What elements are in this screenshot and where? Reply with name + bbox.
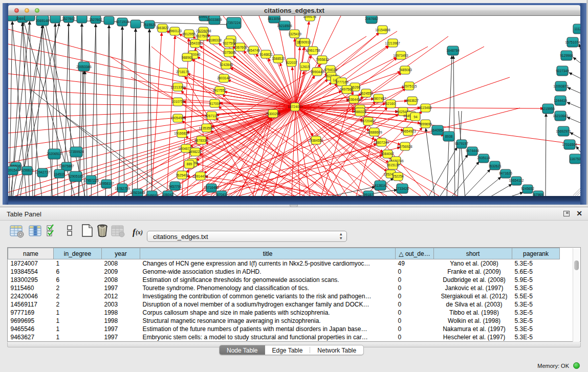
svg-text:417004: 417004 <box>209 102 221 105</box>
svg-text:17359924: 17359924 <box>69 150 84 154</box>
svg-text:11353594: 11353594 <box>199 126 214 130</box>
svg-text:8878334: 8878334 <box>194 139 208 142</box>
svg-text:9245652: 9245652 <box>521 187 534 190</box>
svg-text:8938: 8938 <box>445 135 453 138</box>
svg-text:7357224: 7357224 <box>227 21 241 25</box>
svg-text:13975887: 13975887 <box>59 164 74 168</box>
svg-text:2087682: 2087682 <box>365 17 378 20</box>
svg-text:9899695: 9899695 <box>419 122 432 126</box>
svg-text:87043: 87043 <box>217 193 227 196</box>
svg-text:8267110: 8267110 <box>205 114 218 118</box>
svg-text:1099178: 1099178 <box>303 16 316 18</box>
svg-text:10654112: 10654112 <box>509 179 524 182</box>
svg-text:9084067: 9084067 <box>381 152 394 156</box>
svg-text:8215955: 8215955 <box>541 107 555 111</box>
svg-text:1648784: 1648784 <box>446 49 460 52</box>
svg-text:1156829: 1156829 <box>20 168 34 172</box>
svg-text:12923448: 12923448 <box>130 191 145 194</box>
svg-text:15692971: 15692971 <box>556 129 571 133</box>
svg-text:12093873: 12093873 <box>553 84 569 88</box>
svg-text:19218506: 19218506 <box>277 24 292 28</box>
svg-text:8471626: 8471626 <box>499 171 512 175</box>
svg-text:2069146: 2069146 <box>36 19 49 23</box>
svg-text:2367608: 2367608 <box>234 46 247 49</box>
svg-text:19384554: 19384554 <box>308 139 323 142</box>
svg-text:62160: 62160 <box>386 102 396 105</box>
svg-text:9327508: 9327508 <box>223 41 236 45</box>
svg-text:11124: 11124 <box>574 27 580 31</box>
svg-text:7632621: 7632621 <box>488 164 502 168</box>
svg-text:889: 889 <box>186 162 192 166</box>
svg-text:7485083: 7485083 <box>399 68 412 72</box>
svg-text:1588520: 1588520 <box>272 57 285 60</box>
svg-text:822037: 822037 <box>286 61 297 64</box>
svg-text:19166827: 19166827 <box>174 132 189 135</box>
svg-text:3375685: 3375685 <box>223 51 236 54</box>
svg-text:10973493: 10973493 <box>393 54 408 57</box>
svg-text:12213967: 12213967 <box>385 41 400 45</box>
svg-text:988961: 988961 <box>182 56 193 59</box>
svg-text:18724007: 18724007 <box>288 105 303 108</box>
svg-text:15720407: 15720407 <box>360 119 376 123</box>
svg-text:1010755: 1010755 <box>171 100 185 103</box>
svg-text:2935114: 2935114 <box>477 156 490 160</box>
svg-text:10756928: 10756928 <box>397 145 412 148</box>
svg-text:114519: 114519 <box>54 172 65 176</box>
svg-text:9474444: 9474444 <box>466 149 479 152</box>
svg-text:19654923: 19654923 <box>401 129 416 133</box>
svg-text:7625402: 7625402 <box>176 173 189 177</box>
svg-text:10961758: 10961758 <box>305 49 320 52</box>
svg-text:7955812: 7955812 <box>316 58 329 61</box>
svg-text:9457791: 9457791 <box>168 185 182 188</box>
svg-text:10958107: 10958107 <box>99 182 114 185</box>
svg-text:12615: 12615 <box>300 65 310 69</box>
svg-text:12213369: 12213369 <box>170 85 186 89</box>
svg-text:8186328: 8186328 <box>208 38 222 42</box>
svg-text:1733426: 1733426 <box>396 187 409 190</box>
svg-text:7515526: 7515526 <box>143 23 156 27</box>
svg-text:2718176: 2718176 <box>176 70 189 74</box>
svg-text:16154808: 16154808 <box>375 28 390 32</box>
svg-text:9242848: 9242848 <box>220 63 233 67</box>
svg-text:94: 94 <box>413 115 418 119</box>
svg-text:7463822: 7463822 <box>156 26 169 30</box>
svg-text:2803144: 2803144 <box>217 76 230 80</box>
svg-text:(x): (x) <box>136 229 143 236</box>
svg-text:1615132: 1615132 <box>386 163 400 167</box>
svg-text:3498222: 3498222 <box>188 150 202 154</box>
svg-text:1640954: 1640954 <box>431 128 444 132</box>
svg-text:3624554: 3624554 <box>360 92 373 95</box>
svg-text:15716485: 15716485 <box>204 186 219 189</box>
svg-text:106042: 106042 <box>162 193 173 196</box>
svg-text:18807249: 18807249 <box>374 141 389 144</box>
svg-text:8813054: 8813054 <box>268 17 281 20</box>
svg-text:8454749: 8454749 <box>247 49 260 52</box>
svg-text:9115460: 9115460 <box>419 106 432 110</box>
svg-text:6497568: 6497568 <box>340 87 353 91</box>
svg-text:12942737: 12942737 <box>35 170 50 174</box>
svg-text:7986322: 7986322 <box>353 110 366 114</box>
svg-text:1527602: 1527602 <box>89 18 102 21</box>
svg-text:1527602: 1527602 <box>62 17 75 20</box>
svg-text:9129966: 9129966 <box>560 54 573 57</box>
svg-text:19054985: 19054985 <box>170 116 186 120</box>
svg-text:12975115: 12975115 <box>402 84 417 88</box>
svg-text:8960123: 8960123 <box>168 29 182 33</box>
svg-text:87969: 87969 <box>534 193 543 196</box>
svg-text:9777169: 9777169 <box>335 80 349 84</box>
svg-text:17016504: 17016504 <box>562 143 577 146</box>
svg-text:1090910: 1090910 <box>298 40 311 44</box>
svg-text:15751074: 15751074 <box>565 40 580 44</box>
svg-text:16782759: 16782759 <box>115 187 130 190</box>
svg-text:6794028: 6794028 <box>324 68 337 72</box>
svg-text:116753: 116753 <box>570 157 580 161</box>
svg-text:8427552: 8427552 <box>213 89 226 92</box>
svg-text:99187: 99187 <box>364 193 374 196</box>
svg-text:20053346: 20053346 <box>76 65 92 69</box>
svg-text:20206513: 20206513 <box>47 152 62 156</box>
svg-text:6679197: 6679197 <box>455 142 468 145</box>
svg-text:9463627: 9463627 <box>405 99 419 102</box>
svg-text:8912955: 8912955 <box>182 32 195 36</box>
svg-text:12905185: 12905185 <box>68 174 83 178</box>
svg-text:9146821: 9146821 <box>259 53 273 56</box>
